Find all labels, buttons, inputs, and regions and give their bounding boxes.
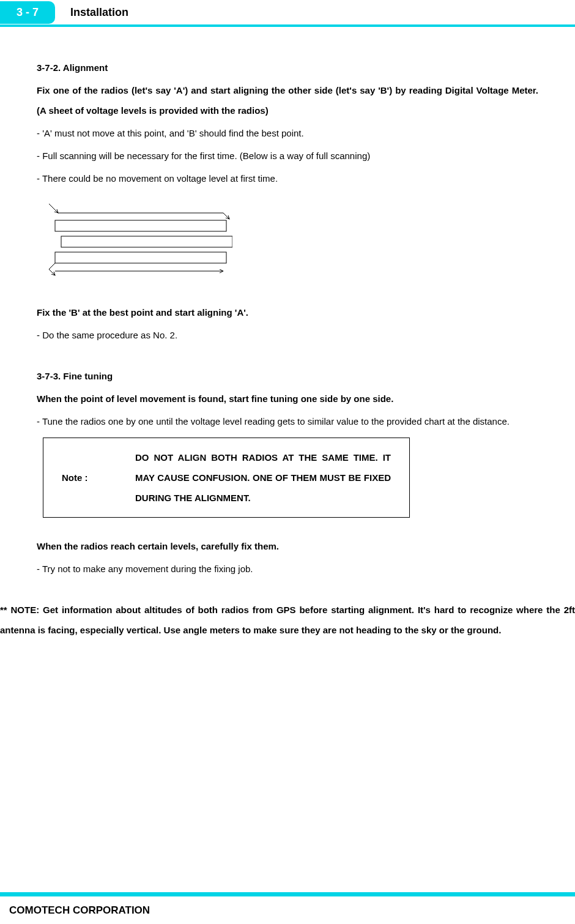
svg-line-6 (49, 263, 55, 269)
note-label: Note : (62, 468, 135, 488)
svg-line-7 (49, 269, 55, 275)
section-title: Installation (55, 6, 128, 19)
paragraph-372-3: - Full scanning will be necessary for th… (37, 146, 538, 166)
paragraph-373-1: When the point of level movement is foun… (37, 389, 538, 409)
section-title-area: Installation (55, 6, 575, 19)
svg-line-0 (49, 204, 58, 213)
paragraph-373-4: - Try not to make any movement during th… (37, 559, 538, 579)
paragraph-373-2: - Tune the radios one by one until the v… (37, 411, 538, 431)
heading-373: 3-7-3. Fine tuning (37, 366, 538, 386)
svg-line-2 (223, 213, 229, 219)
paragraph-372-2: - 'A' must not move at this point, and '… (37, 123, 538, 143)
section-number-tab: 3 - 7 (0, 1, 55, 24)
svg-rect-5 (55, 252, 226, 263)
footer-company: COMOTECH CORPORATION (9, 904, 150, 917)
paragraph-372-4: - There could be no movement on voltage … (37, 168, 538, 188)
page-header: 3 - 7 Installation (0, 0, 575, 24)
scanning-diagram (43, 201, 532, 284)
main-content: 3-7-2. Alignment Fix one of the radios (… (0, 27, 575, 679)
footnote: ** NOTE: Get information about altitudes… (0, 600, 575, 658)
heading-372: 3-7-2. Alignment (37, 58, 538, 78)
footer-divider (0, 892, 575, 896)
note-text: DO NOT ALIGN BOTH RADIOS AT THE SAME TIM… (135, 447, 391, 508)
paragraph-372-5: Fix the 'B' at the best point and start … (37, 302, 538, 322)
svg-rect-4 (61, 236, 232, 247)
svg-rect-3 (55, 220, 226, 231)
paragraph-372-1: Fix one of the radios (let's say 'A') an… (37, 80, 538, 121)
note-box: Note : DO NOT ALIGN BOTH RADIOS AT THE S… (43, 438, 410, 518)
paragraph-373-3: When the radios reach certain levels, ca… (37, 536, 538, 556)
paragraph-372-6: - Do the same procedure as No. 2. (37, 325, 538, 345)
